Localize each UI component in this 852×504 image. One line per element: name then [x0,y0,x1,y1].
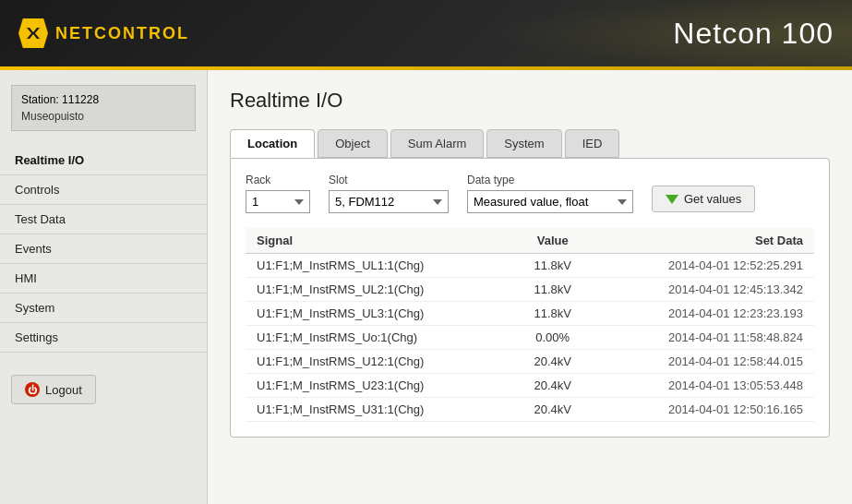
cell-signal: U1:F1;M_InstRMS_UL3:1(Chg) [246,302,511,326]
station-name: Museopuisto [21,108,186,125]
sidebar-item-controls[interactable]: Controls [0,175,207,205]
logout-area: ⏻ Logout [0,360,207,419]
get-values-button[interactable]: Get values [652,186,755,212]
tab-system[interactable]: System [486,129,561,158]
app-layout: Station: 111228 Museopuisto Realtime I/O… [0,70,852,504]
sidebar-item-events[interactable]: Events [0,234,207,264]
slot-select[interactable]: 5, FDM112 6, FDM113 [329,190,449,213]
tab-location[interactable]: Location [230,129,315,158]
sidebar: Station: 111228 Museopuisto Realtime I/O… [0,70,208,504]
cell-value: 0.00% [511,326,594,350]
cell-signal: U1:F1;M_InstRMS_U12:1(Chg) [246,350,511,374]
header: NETCONTROL Netcon 100 [0,0,852,66]
sidebar-link-controls[interactable]: Controls [0,175,207,204]
rack-filter-group: Rack 1 2 3 [246,174,310,213]
app-title: Netcon 100 [673,17,834,51]
content-panel: Rack 1 2 3 Slot 5, FDM112 6, FDM113 Data [230,158,830,438]
cell-value: 11.8kV [511,302,594,326]
datatype-filter-group: Data type Measured value, float Digital … [467,174,633,213]
datatype-label: Data type [467,174,633,186]
get-values-label: Get values [684,192,741,206]
cell-value: 11.8kV [511,278,594,302]
rack-select[interactable]: 1 2 3 [246,190,310,213]
table-row: U1:F1;M_InstRMS_U31:1(Chg) 20.4kV 2014-0… [246,398,814,422]
cell-setdata: 2014-04-01 12:45:13.342 [594,278,814,302]
logo: NETCONTROL [18,18,189,48]
sidebar-item-realtime-io[interactable]: Realtime I/O [0,146,207,175]
cell-value: 20.4kV [511,350,594,374]
cell-signal: U1:F1;M_InstRMS_UL2:1(Chg) [246,278,511,302]
tab-sum-alarm[interactable]: Sum Alarm [390,129,485,158]
col-setdata: Set Data [594,228,814,254]
sidebar-link-events[interactable]: Events [0,234,207,263]
sidebar-item-settings[interactable]: Settings [0,323,207,353]
cell-value: 11.8kV [511,254,594,278]
table-header: Signal Value Set Data [246,228,814,254]
table-row: U1:F1;M_InstRMS_UL1:1(Chg) 11.8kV 2014-0… [246,254,814,278]
logout-icon: ⏻ [25,382,40,397]
cell-signal: U1:F1;M_InstRMS_UL1:1(Chg) [246,254,511,278]
sidebar-item-system[interactable]: System [0,294,207,323]
data-table: Signal Value Set Data U1:F1;M_InstRMS_UL… [246,228,814,422]
cell-setdata: 2014-04-01 12:23:23.193 [594,302,814,326]
filter-row: Rack 1 2 3 Slot 5, FDM112 6, FDM113 Data [246,174,814,213]
sidebar-link-system[interactable]: System [0,294,207,322]
cell-signal: U1:F1;M_InstRMS_Uo:1(Chg) [246,326,511,350]
station-box: Station: 111228 Museopuisto [11,85,196,131]
cell-signal: U1:F1;M_InstRMS_U23:1(Chg) [246,374,511,398]
sidebar-item-hmi[interactable]: HMI [0,264,207,294]
logo-icon [18,18,48,48]
tabs: Location Object Sum Alarm System IED [230,129,830,158]
cell-setdata: 2014-04-01 12:58:44.015 [594,350,814,374]
logo-text: NETCONTROL [55,24,189,43]
table-row: U1:F1;M_InstRMS_U23:1(Chg) 20.4kV 2014-0… [246,374,814,398]
table-row: U1:F1;M_InstRMS_U12:1(Chg) 20.4kV 2014-0… [246,350,814,374]
cell-setdata: 2014-04-01 13:05:53.448 [594,374,814,398]
tab-object[interactable]: Object [318,129,388,158]
logout-label: Logout [45,383,82,397]
cell-signal: U1:F1;M_InstRMS_U31:1(Chg) [246,398,511,422]
logout-button[interactable]: ⏻ Logout [11,375,96,404]
main-content: Realtime I/O Location Object Sum Alarm S… [208,70,852,504]
datatype-select[interactable]: Measured value, float Digital input Digi… [467,190,633,213]
table-row: U1:F1;M_InstRMS_UL3:1(Chg) 11.8kV 2014-0… [246,302,814,326]
cell-value: 20.4kV [511,398,594,422]
sidebar-link-settings[interactable]: Settings [0,323,207,352]
page-title: Realtime I/O [230,89,830,113]
tab-ied[interactable]: IED [565,129,620,158]
sidebar-link-realtime-io[interactable]: Realtime I/O [0,146,207,174]
cell-setdata: 2014-04-01 12:52:25.291 [594,254,814,278]
download-icon [666,195,678,204]
get-values-group: Get values [652,186,755,213]
table-row: U1:F1;M_InstRMS_Uo:1(Chg) 0.00% 2014-04-… [246,326,814,350]
sidebar-link-test-data[interactable]: Test Data [0,205,207,234]
cell-value: 20.4kV [511,374,594,398]
sidebar-item-test-data[interactable]: Test Data [0,205,207,234]
cell-setdata: 2014-04-01 11:58:48.824 [594,326,814,350]
table-body: U1:F1;M_InstRMS_UL1:1(Chg) 11.8kV 2014-0… [246,254,814,422]
col-signal: Signal [246,228,511,254]
col-value: Value [511,228,594,254]
rack-label: Rack [246,174,310,186]
slot-label: Slot [329,174,449,186]
station-number: Station: 111228 [21,91,186,108]
sidebar-link-hmi[interactable]: HMI [0,264,207,293]
sidebar-nav: Realtime I/O Controls Test Data Events H… [0,146,207,353]
table-row: U1:F1;M_InstRMS_UL2:1(Chg) 11.8kV 2014-0… [246,278,814,302]
cell-setdata: 2014-04-01 12:50:16.165 [594,398,814,422]
slot-filter-group: Slot 5, FDM112 6, FDM113 [329,174,449,213]
